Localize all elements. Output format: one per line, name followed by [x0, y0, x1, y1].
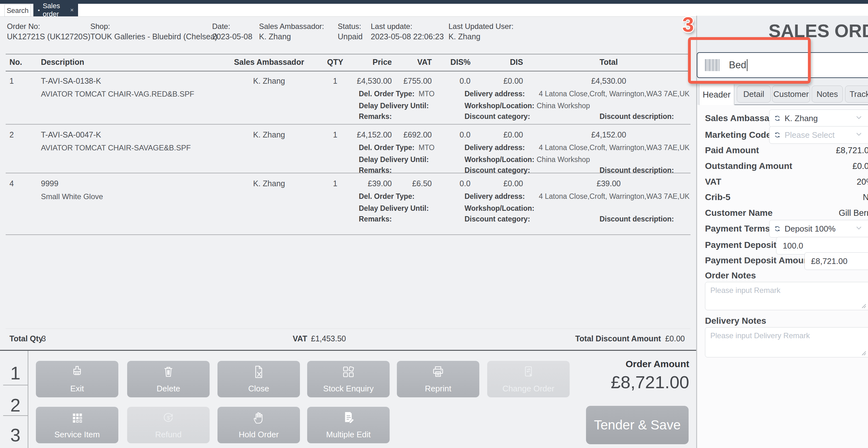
rail-separator: [3, 385, 28, 385]
marketing-code-placeholder: Please Select: [784, 130, 835, 140]
col-header-vat: VAT: [394, 58, 432, 68]
row-dis: £0.00: [485, 76, 523, 86]
refresh-icon[interactable]: [774, 225, 781, 232]
delivery-address-value: 4 Latona Close,Croft, Warrington,WA3 7AE…: [539, 143, 689, 152]
payment-deposit-amount-input[interactable]: [804, 252, 868, 270]
field-marketing-code-label: Marketing Code: [705, 129, 771, 140]
rail-number-1[interactable]: 1: [3, 363, 28, 383]
table-top-line: [6, 54, 690, 55]
tab-sales-order-label: Sales order: [43, 2, 67, 18]
tab-notes[interactable]: Notes: [812, 86, 843, 102]
paid-amount-value: £8,721.00: [755, 145, 868, 156]
exit-button[interactable]: Exit: [36, 361, 118, 397]
footer-separator-line: [0, 350, 696, 351]
row-vat: £692.00: [394, 130, 432, 139]
row-ambassador: K. Zhang: [226, 76, 312, 86]
delete-button[interactable]: Delete: [127, 361, 210, 397]
row-no: 1: [9, 76, 31, 86]
last-updated-user-value: K. Zhang: [448, 32, 480, 41]
field-payment-terms-label: Payment Terms *: [705, 223, 775, 234]
annotation-number: 3: [682, 12, 694, 36]
row-total: £4,530.00: [561, 76, 656, 86]
hold-order-button[interactable]: Hold Order: [217, 407, 300, 443]
resize-handle-icon[interactable]: [861, 350, 866, 355]
remarks-label: Remarks:: [359, 112, 392, 121]
delivery-notes-textarea[interactable]: [705, 327, 868, 357]
col-header-dis: DIS: [485, 58, 523, 68]
row-ambassador: K. Zhang: [226, 179, 312, 188]
top-navy-bar: [0, 0, 868, 4]
refund-button: $ Refund: [127, 407, 210, 443]
multiple-edit-icon: [307, 411, 390, 425]
row-dis-pct: 0.0: [440, 76, 470, 86]
tab-header[interactable]: Header: [699, 84, 734, 105]
tab-sales-order[interactable]: ● Sales order ×: [33, 4, 78, 17]
refund-icon: $: [127, 411, 210, 425]
col-header-total: Total: [561, 58, 656, 68]
stock-enquiry-button-label: Stock Enquiry: [307, 384, 390, 393]
refresh-icon[interactable]: [774, 131, 781, 138]
brush-icon: [36, 364, 118, 379]
reprint-button-label: Reprint: [397, 384, 479, 393]
sales-ambassador-select-value: K. Zhang: [784, 114, 818, 123]
trash-icon: [127, 364, 210, 379]
hand-icon: [217, 411, 300, 425]
refresh-icon[interactable]: [774, 115, 781, 122]
del-order-type-value: MTO: [418, 143, 435, 152]
delivery-address-label: Delivery address:: [465, 143, 525, 152]
totals-top-line: [6, 328, 690, 329]
service-item-button[interactable]: Service Item: [36, 407, 118, 443]
reprint-button[interactable]: Reprint: [397, 361, 479, 397]
table-row[interactable]: 1 T-AVI-SA-0138-K K. Zhang 1 £4,530.00 £…: [0, 71, 696, 124]
col-header-no: No.: [9, 58, 31, 68]
workshop-label: Workshop/Location:: [465, 102, 534, 110]
close-button[interactable]: Close: [217, 361, 300, 397]
stock-enquiry-button[interactable]: Stock Enquiry: [307, 361, 390, 397]
order-amount-value: £8,721.00: [532, 372, 689, 392]
order-notes-textarea[interactable]: [705, 282, 868, 310]
del-order-type-label: Del. Order Type:: [359, 90, 414, 98]
row-dis: £0.00: [485, 179, 523, 188]
row-dis-pct: 0.0: [440, 130, 470, 139]
tab-close-icon[interactable]: ×: [70, 7, 74, 13]
rail-number-3[interactable]: 3: [3, 425, 28, 445]
row-price: £4,152.00: [333, 130, 392, 139]
tab-search[interactable]: Search: [4, 4, 31, 17]
outstanding-amount-value: £0.00: [755, 160, 868, 172]
resize-handle-icon[interactable]: [861, 303, 866, 308]
discount-description-label: Discount description:: [599, 112, 674, 121]
annotation-highlight-box: [688, 37, 811, 84]
delay-until-label: Delay Delivery Until:: [359, 102, 429, 110]
sales-ambassador-select[interactable]: K. Zhang: [769, 109, 868, 127]
delete-button-label: Delete: [127, 384, 210, 393]
row-no: 4: [9, 179, 31, 188]
tab-customer[interactable]: Customer: [772, 86, 810, 102]
panel-tabs-underline: [735, 104, 868, 105]
row-code: T-AVI-SA-0138-K: [41, 76, 217, 86]
col-header-price: Price: [333, 58, 392, 68]
marketing-code-select[interactable]: Please Select: [769, 126, 868, 144]
col-header-ambassador: Sales Ambassador: [226, 58, 312, 68]
tender-save-button[interactable]: Tender & Save: [586, 406, 689, 444]
tab-detail[interactable]: Detail: [737, 86, 771, 102]
discount-category-label: Discount category:: [465, 166, 530, 174]
tab-tracker[interactable]: Tracker: [845, 86, 868, 102]
table-row[interactable]: 4 9999 K. Zhang 1 £39.00 £6.50 0.0 £0.00…: [0, 174, 696, 234]
rail-number-2[interactable]: 2: [3, 395, 28, 415]
multiple-edit-button[interactable]: Multiple Edit: [307, 407, 390, 443]
sales-order-screen: Search ● Sales order × Order No: UK12721…: [0, 0, 868, 448]
field-crib5-label: Crib-5: [705, 192, 731, 203]
table-row[interactable]: 2 T-AVI-SA-0047-K K. Zhang 1 £4,152.00 £…: [0, 125, 696, 172]
service-item-button-label: Service Item: [36, 430, 118, 440]
multiple-edit-button-label: Multiple Edit: [307, 430, 390, 440]
payment-deposit-pct-input[interactable]: [776, 237, 868, 255]
discount-category-label: Discount category:: [465, 215, 530, 223]
col-header-dis-pct: DIS%: [440, 58, 470, 68]
payment-terms-select[interactable]: Deposit 100%: [769, 220, 868, 237]
customer-name-value: Gill Berry: [755, 207, 868, 219]
row-separator: [6, 234, 690, 235]
row-vat: £6.50: [394, 179, 432, 188]
row-code: T-AVI-SA-0047-K: [41, 130, 217, 139]
row-total: £39.00: [561, 179, 656, 188]
grid-icon: [36, 411, 118, 425]
